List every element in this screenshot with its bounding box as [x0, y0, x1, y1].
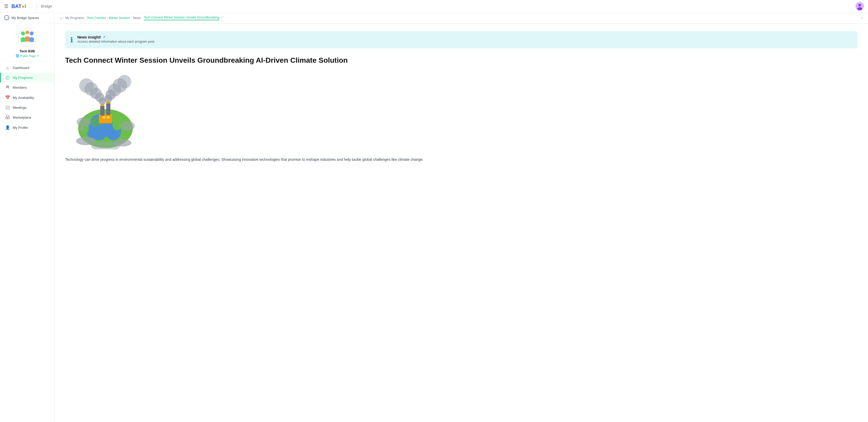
sidebar-item-my-availability[interactable]: 📅 My Availability — [0, 93, 54, 102]
svg-point-5 — [29, 31, 34, 36]
external-link-icon[interactable]: ↗ — [102, 35, 105, 39]
bc-news[interactable]: News — [133, 16, 141, 20]
sidebar-org: Tech B2B 🌐 Public Page ↗ — [0, 23, 54, 61]
logo: BAT●I — [11, 3, 32, 10]
main-content: ⌂ › My Programs › Tech Connect - Winter … — [55, 12, 868, 422]
svg-point-8 — [8, 86, 9, 87]
bc-my-programs[interactable]: My Programs — [65, 16, 84, 20]
public-page-link[interactable]: 🌐 Public Page ↗ — [16, 54, 39, 58]
availability-icon: 📅 — [5, 95, 10, 100]
marketplace-label: Marketplace — [13, 116, 31, 120]
svg-point-33 — [79, 78, 94, 93]
my-programs-label: My Programs — [13, 76, 33, 79]
home-icon: ⌂ — [60, 16, 62, 20]
article-title: Tech Connect Winter Session Unveils Grou… — [65, 56, 858, 65]
svg-point-17 — [76, 137, 96, 145]
svg-rect-22 — [106, 116, 110, 118]
svg-point-6 — [26, 31, 29, 34]
svg-rect-9 — [6, 117, 9, 119]
sidebar-item-members[interactable]: Members — [0, 83, 54, 93]
info-body: Access detailed information about each p… — [77, 40, 155, 43]
bc-sep-3: › — [142, 16, 143, 20]
svg-point-40 — [76, 117, 91, 127]
bc-sep-2: › — [131, 16, 132, 20]
meetings-label: Meetings — [13, 106, 27, 109]
my-bridge-spaces-label: My Bridge Spaces — [11, 16, 39, 20]
article-content: ℹ News insight! ↗ Access detailed inform… — [55, 24, 868, 422]
svg-rect-23 — [100, 105, 104, 116]
sidebar: ◯ My Bridge Spaces Tech B2B — [0, 12, 55, 422]
svg-point-4 — [21, 31, 25, 36]
org-logo — [18, 28, 37, 47]
info-text: News insight! ↗ Access detailed informat… — [77, 35, 155, 43]
svg-rect-10 — [7, 117, 8, 118]
svg-rect-26 — [106, 102, 111, 115]
meetings-icon: ⬜ — [5, 105, 10, 110]
svg-rect-20 — [99, 114, 112, 123]
sidebar-item-marketplace[interactable]: Marketplace — [0, 112, 54, 123]
dashboard-icon: ⌂ — [5, 66, 10, 70]
profile-icon: 👤 — [5, 125, 10, 130]
bc-home[interactable]: ⌂ — [60, 16, 62, 20]
sidebar-item-meetings[interactable]: ⬜ Meetings — [0, 102, 54, 112]
svg-point-7 — [6, 86, 8, 87]
article-image — [65, 71, 858, 149]
svg-point-39 — [79, 126, 83, 131]
bc-article-title[interactable]: Tech Connect Winter Session Unveils Grou… — [144, 15, 219, 20]
sidebar-nav: ⌂ Dashboard ◫ My Programs Members — [0, 61, 54, 422]
my-bridge-spaces[interactable]: ◯ My Bridge Spaces — [0, 12, 54, 23]
user-avatar[interactable] — [856, 2, 864, 10]
dashboard-label: Dashboard — [13, 66, 29, 70]
circle-icon: ◯ — [4, 15, 9, 20]
org-name: Tech B2B — [20, 49, 35, 53]
nav-divider — [36, 3, 37, 9]
article-illustration — [65, 71, 148, 149]
public-page-label: Public Page — [20, 54, 36, 58]
collapse-sidebar-btn[interactable]: ‹ — [862, 15, 863, 20]
svg-point-38 — [118, 75, 131, 89]
info-title: News insight! ↗ — [77, 35, 155, 39]
info-banner: ℹ News insight! ↗ Access detailed inform… — [65, 31, 858, 48]
bc-sep-1: › — [85, 16, 86, 20]
sidebar-item-my-programs[interactable]: ◫ My Programs — [0, 73, 54, 83]
external-link-icon: ↗ — [37, 54, 39, 57]
app-layout: ◯ My Bridge Spaces Tech B2B — [0, 12, 868, 422]
app-name-label: Bridge — [41, 4, 52, 8]
breadcrumb: ⌂ › My Programs › Tech Connect - Winter … — [55, 12, 868, 24]
svg-point-14 — [87, 129, 98, 138]
marketplace-icon — [5, 115, 10, 120]
svg-rect-21 — [102, 116, 105, 118]
programs-icon: ◫ — [5, 75, 10, 80]
bc-sep-0: › — [63, 16, 64, 20]
svg-text:BAT●I: BAT●I — [11, 3, 26, 9]
availability-label: My Availability — [13, 96, 34, 100]
members-icon — [5, 85, 10, 90]
hamburger-menu[interactable]: ☰ — [4, 3, 8, 9]
article-body: Technology can drive progress in environ… — [65, 157, 858, 163]
svg-point-41 — [120, 121, 135, 131]
svg-point-3 — [857, 7, 862, 10]
members-label: Members — [13, 86, 27, 90]
sidebar-item-my-profile[interactable]: 👤 My Profile — [0, 123, 54, 132]
sidebar-item-dashboard[interactable]: ⌂ Dashboard — [0, 63, 54, 73]
bc-tech-connect[interactable]: Tech Connect - Winter Session — [87, 16, 130, 20]
globe-icon: 🌐 — [16, 54, 19, 58]
batoi-logo-svg: BAT●I — [11, 3, 32, 10]
topnav: ☰ BAT●I Bridge — [0, 0, 868, 12]
svg-point-2 — [858, 4, 861, 6]
svg-point-15 — [113, 119, 122, 130]
my-profile-label: My Profile — [13, 126, 28, 130]
info-circle-icon: ℹ — [70, 36, 73, 44]
